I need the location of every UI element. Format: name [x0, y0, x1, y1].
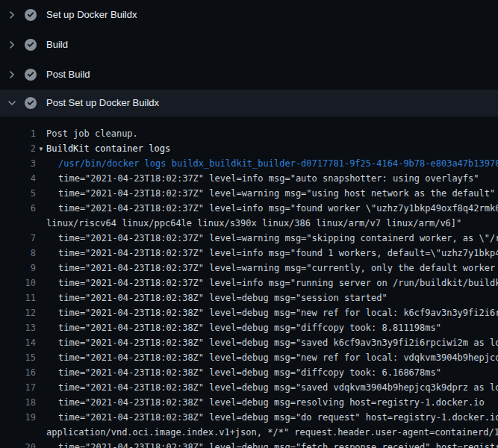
log-line-body: time="2021-04-23T18:02:38Z" level=debug …: [58, 323, 441, 333]
log-line-text: ▼Post job cleanup.: [46, 126, 498, 141]
log-row: 11 ▼time="2021-04-23T18:02:38Z" level=de…: [0, 290, 498, 305]
log-line-text: ▼time="2021-04-23T18:02:38Z" level=debug…: [46, 395, 498, 410]
chevron-right-icon[interactable]: [6, 39, 18, 51]
step-title: Build: [46, 39, 68, 51]
check-circle-icon: [25, 9, 37, 21]
log-line-number[interactable]: 6: [0, 201, 36, 216]
log-row: 18 ▼time="2021-04-23T18:02:38Z" level=de…: [0, 395, 498, 410]
log-line-text: ▼time="2021-04-23T18:02:38Z" level=debug…: [46, 290, 498, 305]
log-line-number[interactable]: 18: [0, 395, 36, 410]
step-row-2[interactable]: Post Build: [0, 60, 498, 90]
log-line-body: /usr/bin/docker logs buildx_buildkit_bui…: [58, 158, 498, 169]
chevron-down-icon[interactable]: [6, 97, 18, 109]
log-row: 9 ▼time="2021-04-23T18:02:37Z" level=war…: [0, 261, 498, 276]
chevron-right-icon[interactable]: [6, 9, 18, 21]
log-line-body: time="2021-04-23T18:02:37Z" level=warnin…: [58, 188, 495, 199]
log-line-body: time="2021-04-23T18:02:38Z" level=debug …: [58, 308, 498, 318]
log-line-text: ▼time="2021-04-23T18:02:38Z" level=debug…: [46, 410, 498, 425]
log-line-body: time="2021-04-23T18:02:38Z" level=debug …: [58, 367, 441, 378]
log-line-body: time="2021-04-23T18:02:37Z" level=info m…: [58, 203, 498, 214]
log-row: 13 ▼time="2021-04-23T18:02:38Z" level=de…: [0, 320, 498, 335]
log-row: 12 ▼time="2021-04-23T18:02:38Z" level=de…: [0, 305, 498, 320]
triangle-down-icon[interactable]: ▼: [36, 142, 46, 156]
log-row: 19 ▼time="2021-04-23T18:02:38Z" level=de…: [0, 410, 498, 425]
log-line-text: ▼time="2021-04-23T18:02:37Z" level=warni…: [46, 261, 498, 276]
log-line-body: linux/riscv64 linux/ppc64le linux/s390x …: [46, 218, 461, 228]
log-line-number[interactable]: 16: [0, 365, 36, 380]
log-line-text: ▼time="2021-04-23T18:02:38Z" level=debug…: [46, 320, 498, 335]
steps-list: Set up Docker Buildx Build P: [0, 0, 498, 116]
log-row: 20 ▼time="2021-04-23T18:02:38Z" level=de…: [0, 440, 498, 448]
step-title: Post Build: [46, 69, 90, 81]
step-row-1[interactable]: Build: [0, 30, 498, 60]
log-line-number[interactable]: 5: [0, 186, 36, 201]
log-line-number[interactable]: [0, 216, 36, 231]
log-row: 10 ▼time="2021-04-23T18:02:37Z" level=in…: [0, 276, 498, 290]
log-line-text: ▼time="2021-04-23T18:02:38Z" level=debug…: [46, 365, 498, 380]
log-line-text: ▼time="2021-04-23T18:02:38Z" level=debug…: [46, 335, 498, 350]
log-line-number[interactable]: 20: [0, 440, 36, 448]
log-line-text: ▼time="2021-04-23T18:02:37Z" level=info …: [46, 246, 498, 261]
log-line-number[interactable]: 1: [0, 126, 36, 141]
log-line-text: ▼time="2021-04-23T18:02:37Z" level=warni…: [46, 186, 498, 201]
log-line-number[interactable]: 3: [0, 156, 36, 171]
log-row: ▼linux/riscv64 linux/ppc64le linux/s390x…: [0, 216, 498, 231]
log-line-number[interactable]: 2: [0, 141, 36, 156]
log-line-number[interactable]: 7: [0, 231, 36, 246]
log-line-number[interactable]: 10: [0, 276, 36, 290]
log-line-body: time="2021-04-23T18:02:38Z" level=debug …: [58, 382, 498, 393]
log-line-text: ▼time="2021-04-23T18:02:37Z" level=info …: [46, 201, 498, 216]
log-line-body: time="2021-04-23T18:02:38Z" level=debug …: [58, 412, 498, 423]
log-line-body: time="2021-04-23T18:02:37Z" level=info m…: [58, 278, 498, 288]
log-line-body: Post job cleanup.: [46, 128, 138, 139]
log-row: 7 ▼time="2021-04-23T18:02:37Z" level=war…: [0, 231, 498, 246]
log-line-body: time="2021-04-23T18:02:37Z" level=info m…: [58, 173, 479, 184]
log-line-number[interactable]: 4: [0, 171, 36, 186]
step-title: Post Set up Docker Buildx: [46, 97, 159, 109]
log-line-body: time="2021-04-23T18:02:38Z" level=debug …: [58, 442, 498, 448]
log-row: 14 ▼time="2021-04-23T18:02:38Z" level=de…: [0, 335, 498, 350]
log-row: 3 ▼/usr/bin/docker logs buildx_buildkit_…: [0, 156, 498, 171]
log-row: 17 ▼time="2021-04-23T18:02:38Z" level=de…: [0, 380, 498, 395]
check-circle-icon: [25, 97, 37, 109]
log-line-number[interactable]: 8: [0, 246, 36, 261]
log-line-body: time="2021-04-23T18:02:38Z" level=debug …: [58, 337, 498, 348]
step-title: Set up Docker Buildx: [46, 9, 137, 21]
log-line-text: ▼time="2021-04-23T18:02:37Z" level=info …: [46, 171, 498, 186]
log-row: 15 ▼time="2021-04-23T18:02:38Z" level=de…: [0, 350, 498, 365]
log-line-text: ▼time="2021-04-23T18:02:38Z" level=debug…: [46, 305, 498, 320]
log-row: ▼application/vnd.oci.image.index.v1+json…: [0, 425, 498, 440]
log-line-number[interactable]: 14: [0, 335, 36, 350]
log-area: 1 ▼Post job cleanup. 2 ▼BuildKit contain…: [0, 116, 498, 448]
log-line-number[interactable]: 17: [0, 380, 36, 395]
check-circle-icon: [25, 69, 37, 81]
log-line-body: time="2021-04-23T18:02:38Z" level=debug …: [58, 352, 498, 363]
log-line-body: application/vnd.oci.image.index.v1+json,…: [46, 427, 498, 438]
step-row-3[interactable]: Post Set up Docker Buildx: [0, 90, 498, 116]
log-line-body: time="2021-04-23T18:02:37Z" level=info m…: [58, 248, 498, 258]
log-line-text: ▼time="2021-04-23T18:02:37Z" level=info …: [46, 276, 498, 290]
log-row: 6 ▼time="2021-04-23T18:02:37Z" level=inf…: [0, 201, 498, 216]
log-line-text: ▼time="2021-04-23T18:02:37Z" level=warni…: [46, 231, 498, 246]
log-line-number[interactable]: 19: [0, 410, 36, 425]
log-row: 5 ▼time="2021-04-23T18:02:37Z" level=war…: [0, 186, 498, 201]
log-line-number[interactable]: 13: [0, 320, 36, 335]
step-row-0[interactable]: Set up Docker Buildx: [0, 0, 498, 30]
log-line-text: ▼time="2021-04-23T18:02:38Z" level=debug…: [46, 350, 498, 365]
log-line-body: time="2021-04-23T18:02:38Z" level=debug …: [58, 293, 387, 303]
log-line-text: ▼time="2021-04-23T18:02:38Z" level=debug…: [46, 440, 498, 448]
log-row: 16 ▼time="2021-04-23T18:02:38Z" level=de…: [0, 365, 498, 380]
log-line-number[interactable]: 11: [0, 290, 36, 305]
log-row: 1 ▼Post job cleanup.: [0, 126, 498, 141]
chevron-right-icon[interactable]: [6, 69, 18, 81]
log-row: 2 ▼BuildKit container logs: [0, 141, 498, 156]
log-line-text: ▼BuildKit container logs: [36, 141, 498, 156]
log-line-text: ▼time="2021-04-23T18:02:38Z" level=debug…: [46, 380, 498, 395]
log-row: 8 ▼time="2021-04-23T18:02:37Z" level=inf…: [0, 246, 498, 261]
log-line-number[interactable]: [0, 425, 36, 440]
log-line-text: ▼linux/riscv64 linux/ppc64le linux/s390x…: [46, 216, 498, 231]
log-line-number[interactable]: 9: [0, 261, 36, 276]
log-line-number[interactable]: 15: [0, 350, 36, 365]
log-line-body: BuildKit container logs: [46, 143, 170, 154]
log-line-number[interactable]: 12: [0, 305, 36, 320]
